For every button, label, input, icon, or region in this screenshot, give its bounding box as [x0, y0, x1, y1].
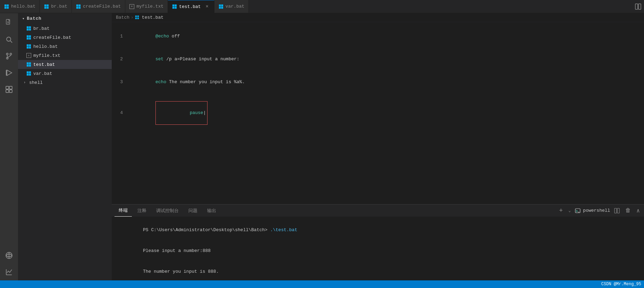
terminal-prompt: PS C:\Users\Administrator\Desktop\shell\… [143, 227, 270, 233]
tab-hello-bat[interactable]: hello.bat [0, 0, 40, 13]
sidebar-batch-folder[interactable]: ▾ Batch [18, 13, 112, 24]
svg-rect-56 [27, 71, 29, 73]
activity-remote[interactable] [1, 247, 17, 264]
file-name: br.bat [33, 26, 50, 31]
svg-rect-6 [44, 7, 46, 9]
windows-icon [76, 4, 81, 9]
svg-rect-21 [638, 4, 641, 9]
terminal-tab-debug[interactable]: 调试控制台 [152, 204, 183, 217]
svg-rect-11 [78, 7, 80, 9]
sidebar-item-hello-bat[interactable]: hello.bat [18, 42, 112, 51]
svg-rect-2 [5, 7, 7, 9]
windows-icon [172, 4, 177, 9]
tab-label: 调试控制台 [156, 208, 179, 214]
terminal-tab-output[interactable]: 输出 [203, 204, 220, 217]
svg-rect-4 [44, 4, 46, 6]
terminal-tab-problems[interactable]: 问题 [184, 204, 202, 217]
sidebar-item-br-bat[interactable]: br.bat [18, 24, 112, 33]
main-area: ▾ Batch br.bat [0, 13, 644, 280]
split-terminal-button[interactable]: ⌄ [567, 207, 572, 214]
code-line-2: 2 set /p a=Please input a number: [112, 48, 644, 71]
editor-area: Batch › test.bat 1 @echo off [112, 13, 644, 280]
activity-run[interactable] [1, 64, 17, 81]
sidebar-item-myfile-txt[interactable]: ≡ myfile.txt [18, 51, 112, 60]
svg-rect-62 [135, 17, 137, 19]
tab-label: 终端 [119, 207, 128, 213]
windows-icon [26, 26, 31, 31]
code-editor[interactable]: 1 @echo off 2 set /p a=Please input a nu… [112, 22, 644, 204]
tab-var-bat[interactable]: var.bat [214, 0, 249, 13]
sidebar-item-shell-folder[interactable]: › shell [18, 78, 112, 87]
tab-bar: hello.bat br.bat createFile.bat ≡ myf [0, 0, 644, 13]
keyword: set [155, 56, 163, 62]
windows-icon [26, 44, 31, 49]
svg-rect-20 [635, 4, 638, 9]
close-tab-button[interactable]: × [204, 4, 210, 9]
activity-source-control[interactable] [1, 48, 17, 64]
terminal-tab-bar: 终端 注释 调试控制台 问题 输出 + ⌄ [112, 204, 644, 217]
terminal-command: .\test.bat [270, 227, 297, 233]
line-number: 2 [112, 55, 128, 63]
tab-test-bat[interactable]: test.bat × [168, 0, 214, 13]
svg-rect-45 [29, 35, 31, 37]
activity-files[interactable] [1, 15, 17, 31]
svg-rect-52 [27, 62, 29, 64]
line-number: 3 [112, 78, 128, 86]
svg-rect-3 [7, 7, 9, 9]
sidebar-item-var-bat[interactable]: var.bat [18, 69, 112, 78]
tab-label: 输出 [207, 208, 216, 214]
terminal-tab-comments[interactable]: 注释 [133, 204, 151, 217]
code-text: The number you input is %a%. [166, 79, 245, 85]
tab-label: createFile.bat [83, 4, 121, 9]
svg-rect-42 [27, 28, 29, 30]
sidebar-item-test-bat[interactable]: test.bat [18, 60, 112, 69]
line-content: pause| [128, 94, 214, 132]
svg-rect-59 [29, 73, 31, 76]
file-name: test.bat [33, 62, 55, 67]
svg-rect-33 [9, 86, 12, 89]
kill-terminal-button[interactable]: 🗑 [624, 207, 632, 215]
svg-rect-16 [219, 4, 221, 6]
line-content: @echo off [128, 25, 187, 48]
svg-rect-58 [27, 73, 29, 76]
code-line-1: 1 @echo off [112, 25, 644, 48]
line-number: 1 [112, 33, 128, 40]
svg-rect-18 [219, 7, 221, 9]
breadcrumb-folder: Batch [116, 15, 129, 20]
svg-line-26 [10, 41, 12, 43]
svg-rect-60 [135, 15, 137, 17]
tab-label: test.bat [179, 4, 201, 9]
activity-chart[interactable] [1, 264, 17, 280]
svg-point-27 [7, 53, 8, 55]
svg-rect-32 [6, 86, 9, 89]
terminal-content[interactable]: PS C:\Users\Administrator\Desktop\shell\… [112, 217, 644, 280]
activity-extensions[interactable] [1, 81, 17, 98]
terminal-tab-terminal[interactable]: 终端 [115, 204, 132, 217]
tab-label: br.bat [51, 4, 67, 9]
new-terminal-button[interactable]: + [558, 207, 564, 215]
tab-br-bat[interactable]: br.bat [40, 0, 72, 13]
svg-rect-19 [221, 7, 223, 9]
svg-rect-51 [29, 46, 31, 49]
split-editor-button[interactable] [632, 0, 644, 13]
sidebar-item-createfile-bat[interactable]: createFile.bat [18, 33, 112, 42]
terminal-line-1: PS C:\Users\Administrator\Desktop\shell\… [116, 220, 640, 241]
split-terminal-layout[interactable] [613, 207, 621, 214]
windows-icon [44, 4, 49, 9]
svg-rect-9 [78, 4, 80, 6]
tab-myfile-txt[interactable]: ≡ myfile.txt [125, 0, 168, 13]
tab-createfile-bat[interactable]: createFile.bat [72, 0, 125, 13]
activity-search[interactable] [1, 31, 17, 48]
tab-label: hello.bat [11, 4, 35, 9]
svg-rect-43 [29, 28, 31, 30]
svg-rect-57 [29, 71, 31, 73]
svg-rect-10 [76, 7, 78, 9]
maximize-panel-button[interactable]: ∧ [635, 207, 641, 215]
file-name: createFile.bat [33, 35, 71, 40]
terminal-line-3: The number you input is 888. [116, 261, 640, 280]
cursor: | [203, 110, 206, 115]
code-text: off [169, 34, 180, 39]
svg-point-25 [7, 37, 11, 41]
windows-icon [26, 35, 31, 40]
svg-rect-40 [27, 26, 29, 28]
